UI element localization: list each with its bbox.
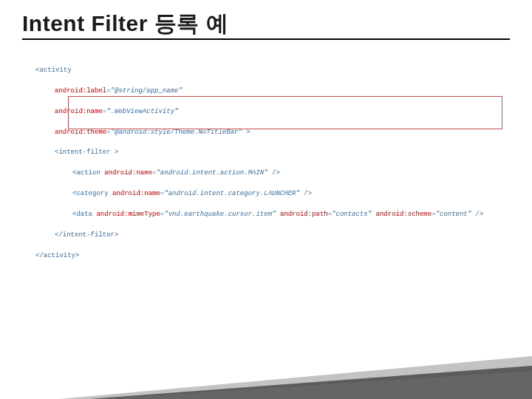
tag: </intent-filter> (55, 231, 118, 239)
tag-end: /> (268, 169, 280, 177)
decor-wedge-light (59, 356, 532, 399)
slide-decor (0, 347, 532, 399)
code-line: <data android:mimeType="vnd.earthquake.c… (35, 210, 483, 220)
code-line: android:theme="@android:style/Theme.NoTi… (35, 128, 483, 138)
attr-name: android:name (55, 108, 103, 115)
attr-value: "android.intent.action.MAIN" (156, 169, 267, 177)
tag: <intent-filter > (55, 149, 118, 156)
code-line: <action android:name="android.intent.act… (35, 168, 483, 179)
tag-open: <activity (35, 66, 72, 74)
attr-value: "vnd.earthquake.cursor.item" (164, 211, 276, 218)
tag-close: > (242, 129, 250, 136)
attr-name: android:scheme (376, 211, 432, 218)
code-line: android:name=".WebViewActivity" (35, 107, 483, 117)
tag: <category (72, 190, 109, 197)
attr-name: android:name (104, 169, 152, 177)
tag-end: /> (300, 190, 312, 197)
xml-code-block: <activity android:label="@string/app_nam… (35, 55, 483, 272)
tag: <action (72, 169, 100, 177)
attr-value: "@android:style/Theme.NoTitleBar" (111, 129, 242, 136)
attr-name: android:theme (55, 129, 106, 136)
attr-value: ".WebViewActivity" (106, 108, 178, 115)
decor-wedge-dark (89, 366, 532, 399)
attr-name: android:name (112, 190, 160, 197)
code-line: </intent-filter> (35, 231, 483, 241)
tag-end: /> (471, 211, 483, 218)
attr-value: "android.intent.category.LAUNCHER" (164, 190, 300, 197)
tag: <data (72, 211, 92, 218)
attr-value: "contacts" (332, 211, 372, 218)
code-line: <intent-filter > (35, 148, 483, 158)
title-underline (22, 38, 510, 40)
code-line: android:label="@string/app_name" (35, 86, 483, 97)
code-line: <activity (35, 66, 483, 76)
attr-name: android:path (280, 211, 328, 218)
code-line: <category android:name="android.intent.c… (35, 189, 483, 200)
tag: </activity> (35, 252, 79, 259)
attr-value: "@string/app_name" (111, 87, 183, 95)
code-line: </activity> (35, 251, 483, 262)
attr-value: "content" (436, 211, 472, 218)
slide-title: Intent Filter 등록 예 (22, 9, 228, 39)
attr-name: android:mimeType (96, 211, 160, 218)
attr-name: android:label (55, 87, 106, 95)
